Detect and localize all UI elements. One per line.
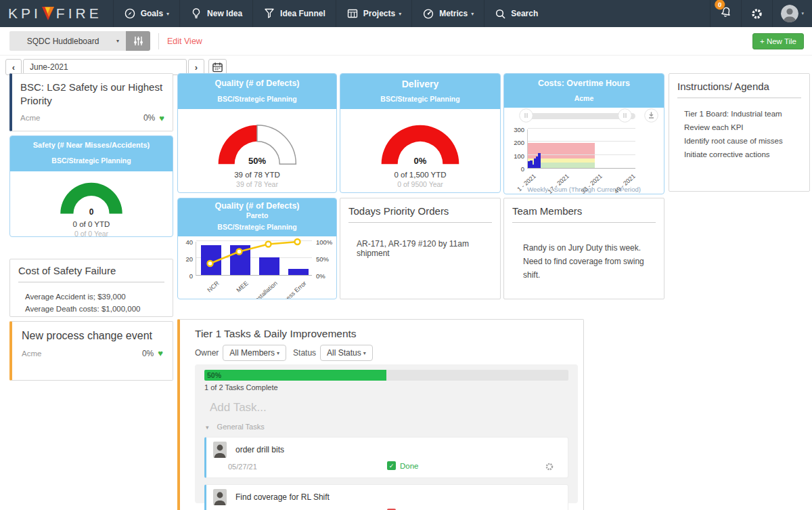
flame-icon xyxy=(41,6,55,21)
tasks-progress-bar: 50% xyxy=(204,370,568,381)
divider xyxy=(348,222,492,223)
chevron-down-icon: ▾ xyxy=(801,11,804,16)
orders-text: AR-171, AR-179 #120 by 11am shipment xyxy=(357,239,492,258)
instruction-line: Tier 1 Board: Industrial team xyxy=(684,107,801,121)
tile-title: Team Members xyxy=(512,205,656,217)
kpi-category: Acme xyxy=(504,94,664,102)
y-axis-tick-left: 20 xyxy=(177,255,193,263)
tile-costs-chart: Costs: Overtime Hours Acme Weekly - Sum … xyxy=(503,73,664,194)
gauge-year: 39 of 78 Year xyxy=(178,180,336,188)
y-axis-tick: 100 xyxy=(507,152,524,160)
nav-item-new-idea[interactable]: New Idea xyxy=(179,0,252,27)
costs-overtime-chart: Weekly - Sum (Through Current Period) 01… xyxy=(504,108,664,194)
divider xyxy=(18,282,164,282)
status-filter-dropdown[interactable]: All Status ▾ xyxy=(320,345,373,361)
gear-icon xyxy=(545,462,554,471)
chevron-down-icon: ▾ xyxy=(277,350,279,356)
nav-item-search[interactable]: Search xyxy=(484,0,548,27)
goal-title: BSC: LG2 Safety is our Highest Priority xyxy=(20,81,164,108)
kpi-fire-logo[interactable]: KPI FIRE xyxy=(0,0,113,27)
new-tile-button[interactable]: + New Tile xyxy=(752,33,804,49)
tile-delivery-kpi: Delivery BSC/Strategic Planning 0% 0 of … xyxy=(340,73,501,193)
chevron-down-icon: ▾ xyxy=(166,11,169,17)
team-text: Randy is on Jury Duty this week. Need to… xyxy=(523,242,645,282)
gauge-value: 0% xyxy=(370,156,470,166)
board-filters-button[interactable] xyxy=(126,31,150,51)
tile-cost-of-safety: Cost of Safety Failure Average Accident … xyxy=(9,259,173,317)
chevron-down-icon: ▾ xyxy=(206,424,209,431)
kpi-title: Quality (# of Defects) xyxy=(178,74,336,88)
kpi-title: Delivery xyxy=(340,74,500,89)
tile-new-process-goal: New process change event Acme 0% ♥ xyxy=(9,321,173,381)
gear-icon xyxy=(750,7,763,20)
user-menu-button[interactable]: ▾ xyxy=(772,0,812,27)
gauge-ytd: 0 of 0 YTD xyxy=(10,220,173,228)
logo-kpi-text: KPI xyxy=(8,5,41,22)
tile-team-members: Team Members Randy is on Jury Duty this … xyxy=(503,198,664,299)
kpi-title: Safety (# Near Misses/Accidents) xyxy=(10,136,173,149)
tile-quality-pareto: Quality (# of Defects) Pareto BSC/Strate… xyxy=(177,198,337,299)
tasks-progress-fill: 50% xyxy=(204,370,386,381)
heart-icon: ♥ xyxy=(159,113,164,123)
nav-label: New Idea xyxy=(207,9,242,18)
kpi-title: Costs: Overtime Hours xyxy=(504,74,664,88)
task-status-toggle[interactable]: ✓ Done xyxy=(387,461,419,470)
pareto-category-label: NCR xyxy=(206,280,220,293)
task-settings-button[interactable] xyxy=(545,462,554,474)
tile-priority-orders: Todays Priority Orders AR-171, AR-179 #1… xyxy=(340,198,501,299)
board-select[interactable]: SQDC Huddleboard ▾ xyxy=(9,31,126,51)
divider xyxy=(677,98,801,98)
task-name: order drill bits xyxy=(235,445,284,454)
huddleboard-grid: BSC: LG2 Safety is our Highest Priority … xyxy=(0,73,812,510)
settings-button[interactable] xyxy=(741,0,772,27)
tile-title: Instructions/ Agenda xyxy=(677,81,801,92)
pareto-category-label: Installation xyxy=(252,280,279,299)
board-select-value: SQDC Huddleboard xyxy=(9,37,116,46)
task-avatar xyxy=(213,489,227,505)
board-toolbar: SQDC Huddleboard ▾ Edit View + New Tile xyxy=(0,27,812,56)
task-list: order drill bits 05/27/21 ✓ Done Find co… xyxy=(204,437,568,510)
slider-handle-right[interactable] xyxy=(618,108,632,123)
nav-label: Metrics xyxy=(439,9,468,18)
nav-item-projects[interactable]: Projects ▾ xyxy=(336,0,411,27)
edit-view-link[interactable]: Edit View xyxy=(167,37,202,46)
goal-org: Acme xyxy=(22,349,142,358)
tile-instructions: Instructions/ Agenda Tier 1 Board: Indus… xyxy=(669,73,810,192)
nav-label: Idea Funnel xyxy=(280,9,325,18)
add-task-input[interactable]: Add Task... xyxy=(210,401,568,415)
nav-item-goals[interactable]: Goals ▾ xyxy=(113,0,179,27)
logo-fire-text: FIRE xyxy=(56,5,102,22)
projects-icon xyxy=(346,7,359,20)
status-label: Done xyxy=(400,462,419,470)
kpi-category: BSC/Strategic Planning xyxy=(10,156,173,165)
nav-item-idea-funnel[interactable]: Idea Funnel xyxy=(252,0,336,27)
task-card[interactable]: order drill bits 05/27/21 ✓ Done xyxy=(204,437,568,478)
nav-item-metrics[interactable]: Metrics ▾ xyxy=(411,0,484,27)
task-card[interactable]: Find coverage for RL Shift 06/03/21 To D… xyxy=(204,484,568,510)
tasks-progress-text: 1 of 2 Tasks Complete xyxy=(204,383,568,391)
divider xyxy=(512,222,656,223)
tile-title: Tier 1 Tasks & Daily Improvements xyxy=(195,328,583,340)
owner-filter-dropdown[interactable]: All Members ▾ xyxy=(223,345,286,361)
instruction-line: Initiate corrective actions xyxy=(684,148,801,161)
cost-line: Average Accident is; $39,000 xyxy=(25,291,164,303)
gauge-ytd: 39 of 78 YTD xyxy=(178,171,336,179)
metrics-gauge-icon xyxy=(422,7,434,20)
general-tasks-toggle[interactable]: ▾ General Tasks xyxy=(206,423,568,431)
y-axis-tick-left: 40 xyxy=(177,238,193,246)
notifications-button[interactable]: 0 xyxy=(710,0,741,27)
goal-title: New process change event xyxy=(22,330,163,342)
slider-handle-left[interactable] xyxy=(519,108,533,123)
task-avatar xyxy=(213,442,227,458)
y-axis-tick: 200 xyxy=(507,139,524,146)
chevron-down-icon: ▾ xyxy=(363,350,366,356)
compass-icon xyxy=(124,7,136,20)
lightbulb-icon xyxy=(190,7,202,20)
goal-org: Acme xyxy=(20,114,143,122)
gauge-year: 0 of 9500 Year xyxy=(340,180,500,188)
chart-download-button[interactable] xyxy=(644,108,658,123)
search-icon xyxy=(495,8,506,20)
group-label: General Tasks xyxy=(217,423,265,431)
gauge-ytd: 0 of 1,500 YTD xyxy=(340,171,500,179)
status-checkbox-icon: ✓ xyxy=(387,461,396,470)
